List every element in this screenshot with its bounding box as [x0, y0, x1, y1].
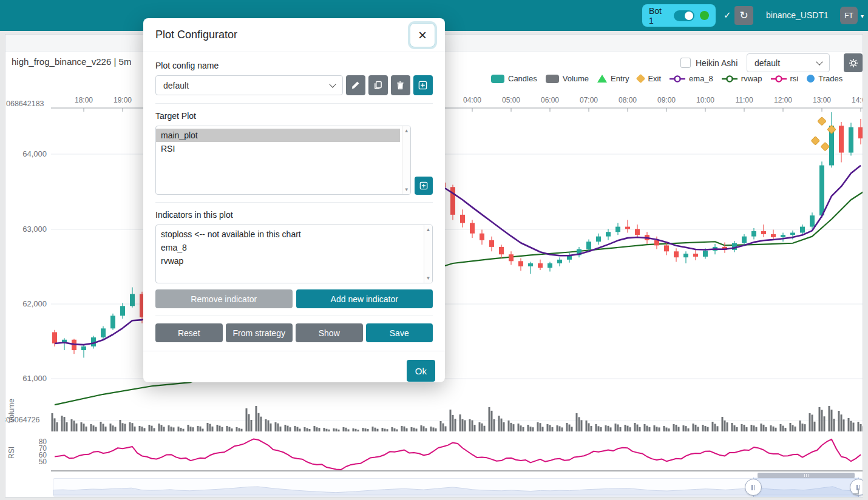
close-icon: × [418, 27, 427, 43]
plot-settings-button[interactable] [844, 53, 863, 72]
entry-marker-icon [597, 75, 607, 83]
pencil-icon [351, 81, 360, 90]
scroll-down-icon[interactable]: ▼ [404, 187, 409, 192]
indicator-option[interactable]: stoploss <-- not available in this chart [156, 228, 432, 241]
bot-online-dot [700, 11, 709, 20]
modal-title: Plot Configurator [155, 29, 237, 41]
target-plot-listbox[interactable]: main_plotRSI ▲▼ [155, 126, 411, 195]
config-name-value: default [163, 81, 189, 90]
legend-label: Candles [508, 74, 537, 83]
svg-text:63,000: 63,000 [22, 225, 47, 234]
ok-button[interactable]: Ok [407, 360, 435, 382]
scroll-down-icon[interactable]: ▼ [426, 275, 431, 281]
svg-text:14:00: 14:00 [852, 96, 863, 104]
svg-text:12:00: 12:00 [774, 96, 792, 104]
bot-name-label: Bot 1 [649, 6, 668, 25]
remove-indicator-button[interactable]: Remove indicator [155, 289, 293, 308]
legend-label: rvwap [741, 74, 762, 83]
bot-toggle[interactable] [674, 10, 694, 21]
svg-text:62,000: 62,000 [22, 299, 47, 308]
datazoom-selected-window[interactable] [753, 478, 859, 498]
modal-body: Plot config name default [143, 52, 445, 342]
avatar-initials: FT [844, 12, 853, 20]
svg-text:08:00: 08:00 [619, 96, 637, 104]
scrollbar[interactable]: ▲▼ [402, 126, 410, 194]
svg-text:09:00: 09:00 [657, 96, 676, 104]
exit-marker-icon [636, 74, 646, 84]
config-name-select[interactable]: default [155, 75, 343, 95]
indicator-option[interactable]: ema_8 [156, 241, 432, 254]
datazoom-slider[interactable] [53, 478, 863, 497]
svg-text:61,000: 61,000 [22, 374, 47, 383]
heikin-ashi-checkbox[interactable] [680, 58, 691, 68]
svg-text:18:00: 18:00 [75, 96, 93, 104]
add-subplot-button[interactable] [415, 177, 433, 195]
chevron-down-icon [329, 81, 336, 87]
scroll-up-icon[interactable]: ▲ [404, 128, 409, 133]
legend-item-ema_8[interactable]: ema_8 [670, 74, 713, 83]
config-name-label: Plot config name [155, 61, 433, 70]
svg-text:50: 50 [39, 458, 47, 466]
legend-item-trades[interactable]: Trades [807, 74, 843, 83]
plot-config-select-value: default [754, 58, 780, 68]
add-new-indicator-button[interactable]: Add new indicator [296, 289, 433, 308]
chart-title: high_frog_binance_v226 | 5m [12, 56, 131, 67]
plus-square-icon [418, 81, 427, 90]
close-button[interactable]: × [410, 23, 435, 47]
svg-text:04:00: 04:00 [463, 96, 481, 104]
refresh-icon: ↻ [739, 10, 748, 21]
plot-config-select[interactable]: default [747, 53, 830, 72]
trash-icon [396, 81, 405, 90]
target-plot-label: Target Plot [155, 111, 433, 121]
volume-marker-icon [546, 75, 559, 83]
scroll-up-icon[interactable]: ▲ [426, 227, 431, 232]
modal-footer: Ok [143, 351, 445, 390]
avatar[interactable]: FT [840, 7, 858, 24]
indicator-option[interactable]: rvwap [156, 254, 432, 268]
toggle-knob [685, 12, 693, 20]
legend-item-rvwap[interactable]: rvwap [722, 74, 762, 83]
legend-label: rsi [790, 74, 799, 83]
rvwap-marker-icon [722, 75, 737, 83]
svg-text:19:00: 19:00 [114, 96, 132, 104]
legend-label: Volume [563, 74, 589, 83]
delete-config-button[interactable] [391, 75, 410, 95]
legend-item-rsi[interactable]: rsi [771, 74, 799, 83]
chart-legend: CandlesVolumeEntryExitema_8rvwaprsiTrade… [491, 74, 843, 83]
indicators-listbox[interactable]: stoploss <-- not available in this chart… [155, 225, 433, 283]
svg-text:13:00: 13:00 [813, 96, 831, 104]
save-button[interactable]: Save [366, 323, 433, 342]
check-icon: ✓ [724, 10, 731, 21]
heikin-ashi-label: Heikin Ashi [696, 58, 737, 68]
legend-item-volume[interactable]: Volume [546, 74, 589, 83]
svg-text:64,000: 64,000 [22, 149, 47, 158]
add-config-button[interactable] [413, 75, 433, 95]
refresh-button[interactable]: ↻ [734, 6, 753, 25]
chevron-down-icon [816, 58, 822, 65]
resize-grip[interactable] [853, 488, 859, 495]
plus-square-icon [419, 181, 428, 190]
svg-text:07:00: 07:00 [580, 96, 598, 104]
datazoom-minimap [53, 479, 862, 496]
datazoom-left-handle[interactable] [745, 479, 762, 496]
trades-marker-icon [807, 75, 815, 83]
reset-button[interactable]: Reset [155, 323, 223, 342]
show-button[interactable]: Show [296, 323, 363, 342]
legend-item-entry[interactable]: Entry [597, 74, 629, 83]
legend-label: Exit [648, 74, 661, 83]
target-plot-option[interactable]: main_plot [156, 129, 400, 142]
edit-config-button[interactable] [346, 75, 365, 95]
legend-label: ema_8 [689, 74, 713, 83]
duplicate-config-button[interactable] [368, 75, 388, 95]
svg-text:05:00: 05:00 [502, 96, 520, 104]
datazoom-move-grip[interactable] [758, 473, 855, 478]
modal-header: Plot Configurator × [143, 18, 445, 52]
legend-item-candles[interactable]: Candles [491, 74, 537, 83]
target-plot-option[interactable]: RSI [156, 142, 410, 155]
chevron-down-icon: ▾ [861, 13, 864, 19]
scrollbar[interactable]: ▲▼ [424, 225, 432, 283]
from-strategy-button[interactable]: From strategy [226, 323, 293, 342]
legend-label: Trades [818, 74, 843, 83]
legend-item-exit[interactable]: Exit [637, 74, 661, 83]
bot-selector[interactable]: Bot 1 [642, 4, 716, 27]
